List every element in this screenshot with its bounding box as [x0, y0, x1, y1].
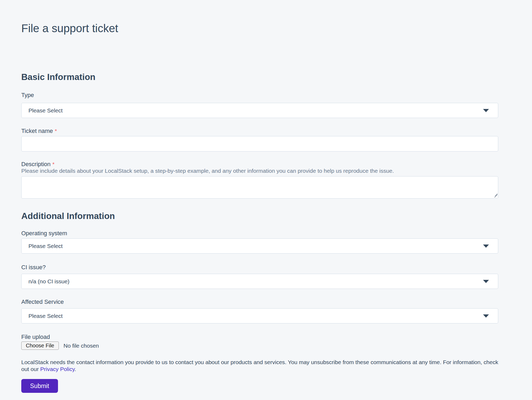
description-textarea-wrap: [21, 176, 498, 199]
type-select-value: Please Select: [28, 107, 63, 114]
type-label-text: Type: [21, 92, 34, 98]
legal-text-before-link: LocalStack needs the contact information…: [21, 359, 498, 372]
section-heading-basic-information: Basic Information: [21, 72, 498, 82]
ticket-name-label: Ticket name*: [21, 128, 498, 134]
support-ticket-page: File a support ticket Basic Information …: [21, 0, 498, 393]
legal-text-after-link: .: [74, 366, 76, 372]
description-label-text: Description: [21, 161, 51, 167]
page-title: File a support ticket: [21, 22, 498, 35]
required-asterisk: *: [52, 161, 55, 167]
chevron-down-icon: [483, 314, 489, 318]
affected-service-label-text: Affected Service: [21, 298, 64, 305]
operating-system-select[interactable]: Please Select: [21, 238, 498, 254]
affected-service-select[interactable]: Please Select: [21, 308, 498, 323]
description-textarea[interactable]: [21, 176, 498, 199]
operating-system-label-text: Operating system: [21, 230, 67, 237]
description-label: Description*: [21, 161, 498, 168]
chevron-down-icon: [483, 280, 489, 283]
required-asterisk: *: [55, 128, 57, 134]
ticket-name-input[interactable]: [21, 136, 498, 151]
type-label: Type: [21, 92, 498, 99]
section-heading-additional-information: Additional Information: [21, 211, 498, 221]
file-upload-input: Choose File No file chosen: [21, 342, 498, 350]
affected-service-select-value: Please Select: [28, 313, 63, 319]
affected-service-label: Affected Service: [21, 298, 498, 305]
file-chosen-status: No file chosen: [64, 343, 99, 349]
ci-issue-select[interactable]: n/a (no CI issue): [21, 274, 498, 289]
chevron-down-icon: [483, 109, 489, 112]
operating-system-select-value: Please Select: [28, 243, 63, 249]
ticket-name-label-text: Ticket name: [21, 128, 53, 134]
privacy-policy-link[interactable]: Privacy Policy: [40, 366, 74, 372]
type-select[interactable]: Please Select: [21, 103, 498, 118]
file-upload-label-text: File upload: [21, 334, 50, 340]
file-upload-label: File upload: [21, 334, 498, 340]
description-helper-text: Please include details about your LocalS…: [21, 168, 498, 174]
ci-issue-label: CI issue?: [21, 264, 498, 271]
ci-issue-select-value: n/a (no CI issue): [28, 278, 69, 285]
chevron-down-icon: [483, 245, 489, 248]
submit-button[interactable]: Submit: [21, 379, 58, 393]
ci-issue-label-text: CI issue?: [21, 264, 46, 271]
legal-consent-text: LocalStack needs the contact information…: [21, 359, 498, 373]
operating-system-label: Operating system: [21, 230, 498, 237]
choose-file-button[interactable]: Choose File: [21, 342, 59, 350]
